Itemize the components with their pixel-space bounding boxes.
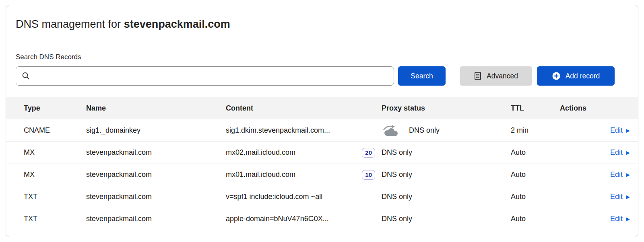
column-header-type: Type [6,97,86,119]
record-type: TXT [6,186,86,208]
record-content: v=spf1 include:icloud.com ~all [226,193,322,201]
advanced-button-label: Advanced [487,72,518,80]
proxy-status: DNS only [382,193,412,201]
edit-link-label: Edit [610,193,623,201]
column-header-ttl: TTL [511,97,560,119]
record-type: MX [6,142,86,164]
column-header-name: Name [86,97,226,119]
dns-toolbar: Search Advanced [16,66,615,86]
record-content: mx01.mail.icloud.com [226,170,295,179]
dns-management-card: DNS management for stevenpackmail.com Se… [6,5,638,237]
record-type: CNAME [6,119,86,142]
table-row: MX stevenpackmail.com mx02.mail.icloud.c… [6,142,638,164]
edit-arrow-icon: ▶ [626,194,630,199]
edit-link[interactable]: Edit ▶ [610,193,630,201]
edit-link[interactable]: Edit ▶ [610,148,630,157]
record-content: mx02.mail.icloud.com [226,148,295,157]
gray-cloud-arrow-icon [382,124,399,136]
search-button[interactable]: Search [398,66,446,86]
dns-records-table: Type Name Content Proxy status TTL Actio… [6,97,638,230]
list-document-icon [474,72,482,80]
add-record-button[interactable]: Add record [537,66,615,86]
edit-arrow-icon: ▶ [626,216,630,221]
edit-link-label: Edit [610,126,623,135]
edit-link[interactable]: Edit ▶ [610,215,630,223]
proxy-status: DNS only [382,148,412,157]
edit-link-label: Edit [610,170,623,179]
edit-link-label: Edit [610,148,623,157]
advanced-button[interactable]: Advanced [460,66,532,86]
page-title: DNS management for stevenpackmail.com [16,17,628,31]
record-ttl: Auto [511,164,560,186]
table-row: TXT stevenpackmail.com apple-domain=bNuV… [6,208,638,230]
record-ttl: Auto [511,208,560,230]
table-row: CNAME sig1._domainkey sig1.dkim.stevenpa… [6,119,638,142]
proxy-status: DNS only [409,126,440,135]
edit-link[interactable]: Edit ▶ [610,126,630,135]
record-name: stevenpackmail.com [86,186,226,208]
plus-circle-icon [552,72,561,80]
record-name: stevenpackmail.com [86,164,226,186]
record-type: MX [6,164,86,186]
edit-arrow-icon: ▶ [626,150,630,155]
table-row: MX stevenpackmail.com mx01.mail.icloud.c… [6,164,638,186]
search-input[interactable] [34,68,388,84]
column-header-proxy: Proxy status [382,97,511,119]
zone-name: stevenpackmail.com [124,18,230,30]
table-row: TXT stevenpackmail.com v=spf1 include:ic… [6,186,638,208]
edit-link-label: Edit [610,215,623,223]
edit-link[interactable]: Edit ▶ [610,170,630,179]
table-body: CNAME sig1._domainkey sig1.dkim.stevenpa… [6,119,638,230]
record-type: TXT [6,208,86,230]
search-icon [22,72,30,80]
edit-arrow-icon: ▶ [626,128,630,133]
record-name: stevenpackmail.com [86,142,226,164]
table-header-row: Type Name Content Proxy status TTL Actio… [6,97,638,119]
record-name: stevenpackmail.com [86,208,226,230]
edit-arrow-icon: ▶ [626,172,630,177]
column-header-content: Content [226,97,382,119]
search-input-wrapper[interactable] [16,66,394,86]
record-content: sig1.dkim.stevenpackmail.com... [226,126,330,135]
record-name: sig1._domainkey [86,119,226,142]
record-content: apple-domain=bNuV47n6G0X... [226,215,329,223]
add-record-button-label: Add record [566,72,600,80]
record-ttl: Auto [511,186,560,208]
priority-badge: 10 [362,170,375,180]
priority-badge: 20 [362,148,375,158]
search-label: Search DNS Records [16,53,628,62]
proxy-status: DNS only [382,170,412,179]
column-header-actions: Actions [560,97,638,119]
search-button-label: Search [411,72,433,80]
record-ttl: Auto [511,142,560,164]
proxy-status: DNS only [382,215,412,223]
record-ttl: 2 min [511,119,560,142]
